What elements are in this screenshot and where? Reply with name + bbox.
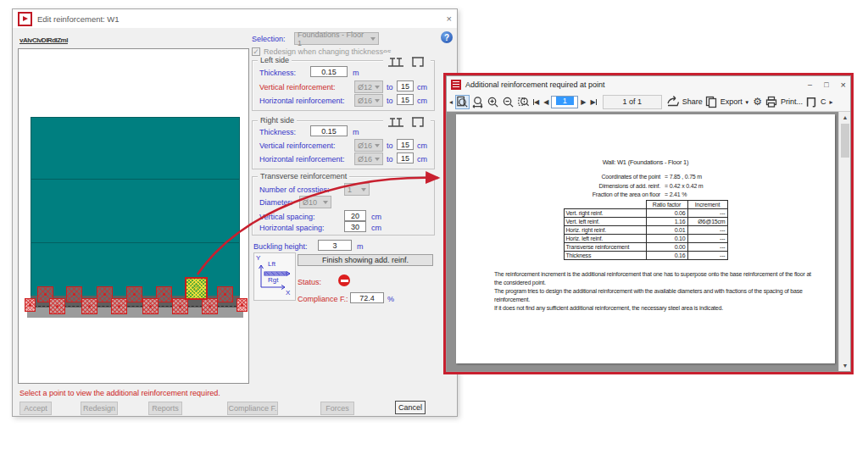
redesign-checkbox-row[interactable]: ✓ Redesign when changing thicknesses xyxy=(252,47,392,56)
vertical-scrollbar[interactable]: ▲ ▼ xyxy=(838,112,850,371)
wall-elevation[interactable] xyxy=(31,117,240,302)
table-row: Horiz. right reinf.0.01--- xyxy=(564,226,727,235)
scroll-up-icon[interactable]: ▲ xyxy=(839,112,850,123)
share-icon[interactable] xyxy=(666,95,681,109)
transverse-vertical-spacing-label: Vertical spacing: xyxy=(259,213,315,221)
right-thickness-input[interactable]: 0.15 xyxy=(310,125,348,136)
maximize-icon[interactable]: □ xyxy=(824,80,828,89)
left-horizontal-spacing-input[interactable]: 15 xyxy=(397,94,414,105)
document-heading: Wall: W1 (Foundations - Floor 1) xyxy=(456,158,835,166)
report-titlebar[interactable]: Additional reinforcement required at poi… xyxy=(447,76,850,92)
page-number-input[interactable]: 1 xyxy=(551,96,578,108)
add-reinforcement-endpoint[interactable] xyxy=(236,298,248,312)
left-vertical-diameter-dropdown[interactable]: Ø12 xyxy=(354,80,383,93)
close-icon[interactable]: × xyxy=(447,14,452,24)
canvas-toolbar-text[interactable]: vAlvClvDlRdlZml xyxy=(19,36,68,44)
wall-division-line xyxy=(31,242,240,243)
zoom-out-icon[interactable] xyxy=(501,95,515,109)
cancel-button[interactable]: Cancel xyxy=(395,401,426,414)
zoom-fit-page-icon[interactable] xyxy=(455,95,470,109)
info-value: = 7.85 , 0.75 m xyxy=(660,173,766,182)
status-message: Select a point to view the additional re… xyxy=(19,389,220,397)
add-reinforcement-point[interactable] xyxy=(111,298,127,314)
report-app-icon xyxy=(451,80,461,90)
first-page-icon[interactable]: ◀ xyxy=(531,98,541,106)
right-horizontal-diameter-dropdown[interactable]: Ø16 xyxy=(354,152,383,165)
left-vertical-spacing-input[interactable]: 15 xyxy=(397,80,414,91)
page-count-label: 1 of 1 xyxy=(603,95,662,109)
minimize-icon[interactable]: – xyxy=(808,80,812,89)
toolbar-scroll-left-icon[interactable]: ◂ xyxy=(448,98,454,106)
print-label[interactable]: Print... xyxy=(780,97,804,106)
rebar-section-icon[interactable] xyxy=(385,113,407,130)
wall-canvas[interactable] xyxy=(18,48,249,384)
accept-button[interactable]: Accept xyxy=(19,402,52,415)
scroll-down-icon[interactable]: ▼ xyxy=(839,360,850,371)
toolbar-scroll-right-icon[interactable]: ▸ xyxy=(827,98,834,106)
page-setup-icon[interactable] xyxy=(804,95,819,109)
scrollbar-thumb[interactable] xyxy=(841,124,849,158)
report-toolbar: ◂ ◀ ◀ 1 ▶ ▶ 1 of 1 S xyxy=(447,92,850,112)
next-page-icon[interactable]: ▶ xyxy=(579,98,587,106)
finish-showing-add-reinf-button[interactable]: Finish showing add. reinf. xyxy=(298,254,433,266)
ratio-increment-table: Ratio factor Increment Vert. right reinf… xyxy=(564,200,728,260)
add-reinforcement-point[interactable] xyxy=(217,286,233,302)
info-value: = 2.41 % xyxy=(660,191,766,200)
share-label[interactable]: Share xyxy=(682,97,704,106)
right-horizontal-spacing-input[interactable]: 15 xyxy=(397,152,414,164)
stirrup-icon[interactable] xyxy=(407,53,429,70)
zoom-in-icon[interactable] xyxy=(486,95,500,109)
left-vertical-reinforcement-label: Vertical reinforcement: xyxy=(259,83,336,91)
transverse-diameter-dropdown[interactable]: Ø10 xyxy=(299,196,331,208)
zoom-selection-icon[interactable] xyxy=(516,95,531,109)
transverse-vertical-spacing-input[interactable]: 20 xyxy=(344,210,366,221)
dialog-titlebar[interactable]: Edit reinforcement: W1 × xyxy=(13,9,457,28)
transverse-group-title: Transverse reinforcement xyxy=(258,172,349,180)
right-vertical-reinforcement-label: Vertical reinforcement: xyxy=(259,141,336,150)
buckling-height-input[interactable]: 3 xyxy=(318,240,352,251)
previous-page-icon[interactable]: ◀ xyxy=(542,98,550,106)
reports-button[interactable]: Reports xyxy=(148,402,182,415)
add-reinforcement-point[interactable] xyxy=(49,298,65,314)
y-axis-label: Y xyxy=(256,254,260,262)
x-axis-label: X xyxy=(286,289,290,297)
info-label: Dimensions of add. reinf. xyxy=(525,182,660,191)
rebar-section-icon[interactable] xyxy=(385,53,407,70)
close-icon[interactable]: × xyxy=(841,80,846,90)
right-vertical-diameter-dropdown[interactable]: Ø16 xyxy=(354,139,383,152)
right-vertical-spacing-input[interactable]: 15 xyxy=(397,139,414,150)
chevron-down-icon xyxy=(370,37,376,41)
right-horizontal-reinforcement-label: Horizontal reinforcement: xyxy=(259,155,345,164)
transverse-horizontal-spacing-input[interactable]: 30 xyxy=(344,221,366,232)
report-window: Additional reinforcement required at poi… xyxy=(446,75,851,372)
add-reinforcement-endpoint[interactable] xyxy=(25,298,36,312)
export-icon[interactable] xyxy=(704,95,719,109)
export-label[interactable]: Export ▼ xyxy=(720,97,750,106)
left-horizontal-diameter-dropdown[interactable]: Ø16 xyxy=(354,94,383,107)
add-reinforcement-point[interactable] xyxy=(202,298,218,314)
table-row: Transverse reinforcement0.00--- xyxy=(564,243,727,252)
add-reinforcement-point[interactable] xyxy=(172,298,188,314)
app-icon xyxy=(18,12,32,26)
forces-button[interactable]: Forces xyxy=(320,402,354,415)
add-reinforcement-point[interactable] xyxy=(81,298,97,314)
left-thickness-input[interactable]: 0.15 xyxy=(310,66,348,77)
selection-dropdown[interactable]: Foundations - Floor 1 xyxy=(294,32,379,45)
last-page-icon[interactable]: ▶ xyxy=(588,98,598,106)
transverse-horizontal-spacing-label: Horizontal spacing: xyxy=(259,224,325,232)
gear-icon[interactable]: ⚙ xyxy=(751,96,764,108)
diameter-label: Diameter: xyxy=(259,198,292,207)
left-side-group-title: Left side xyxy=(258,56,292,64)
compliance-button[interactable]: Compliance F. xyxy=(227,402,278,415)
crossties-dropdown[interactable]: 1 xyxy=(344,183,370,196)
add-reinforcement-point[interactable] xyxy=(66,286,82,302)
add-reinforcement-point[interactable] xyxy=(126,286,142,302)
printer-icon[interactable] xyxy=(765,95,779,109)
help-icon[interactable]: ? xyxy=(441,31,453,43)
zoom-fit-width-icon[interactable] xyxy=(470,95,485,109)
selected-reinforcement-point[interactable] xyxy=(185,277,208,300)
add-reinforcement-point[interactable] xyxy=(142,298,159,314)
checkbox-checked-icon[interactable]: ✓ xyxy=(252,47,260,56)
redesign-button[interactable]: Redesign xyxy=(81,402,118,415)
stirrup-icon[interactable] xyxy=(407,113,429,130)
